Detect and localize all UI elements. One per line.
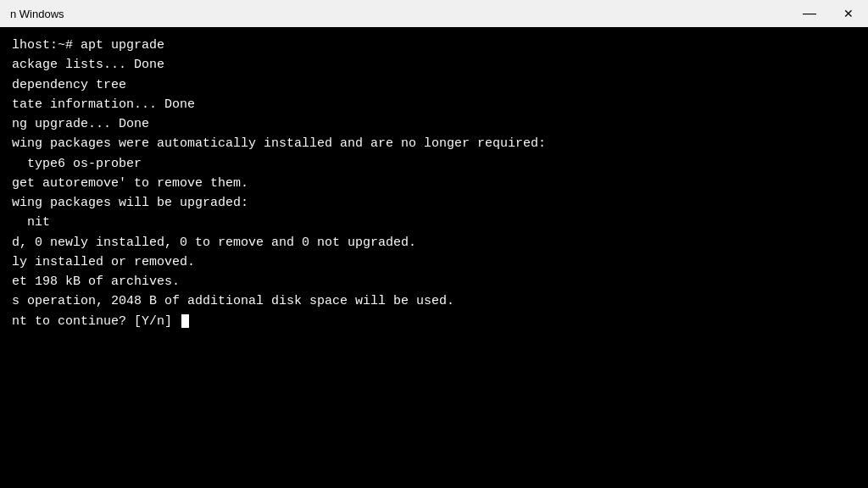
terminal-window: n Windows — ✕ lhost:~# apt upgradeackage…: [0, 0, 868, 488]
terminal-line: get autoremove' to remove them.: [12, 174, 856, 193]
terminal-line: s operation, 2048 B of additional disk s…: [12, 291, 856, 311]
terminal-line: wing packages will be upgraded:: [12, 193, 856, 213]
terminal-line: dependency tree: [12, 75, 856, 95]
window-title: n Windows: [10, 8, 64, 20]
minimize-button[interactable]: —: [790, 0, 829, 27]
window-controls: — ✕: [790, 0, 868, 27]
terminal-line: lhost:~# apt upgrade: [12, 36, 856, 55]
terminal-line: ly installed or removed.: [12, 252, 856, 272]
terminal-line: et 198 kB of archives.: [12, 272, 856, 291]
terminal-line: nit: [12, 213, 856, 232]
terminal-line: type6 os-prober: [12, 154, 856, 174]
terminal-cursor: [181, 314, 189, 328]
terminal-body[interactable]: lhost:~# apt upgradeackage lists... Done…: [0, 27, 868, 488]
close-button[interactable]: ✕: [829, 0, 868, 27]
titlebar: n Windows — ✕: [0, 0, 868, 27]
terminal-line: ng upgrade... Done: [12, 114, 856, 134]
terminal-line: wing packages were automatically install…: [12, 134, 856, 153]
terminal-line: nt to continue? [Y/n]: [12, 312, 856, 331]
terminal-line: tate information... Done: [12, 95, 856, 114]
terminal-line: ackage lists... Done: [12, 55, 856, 75]
terminal-line: d, 0 newly installed, 0 to remove and 0 …: [12, 233, 856, 252]
